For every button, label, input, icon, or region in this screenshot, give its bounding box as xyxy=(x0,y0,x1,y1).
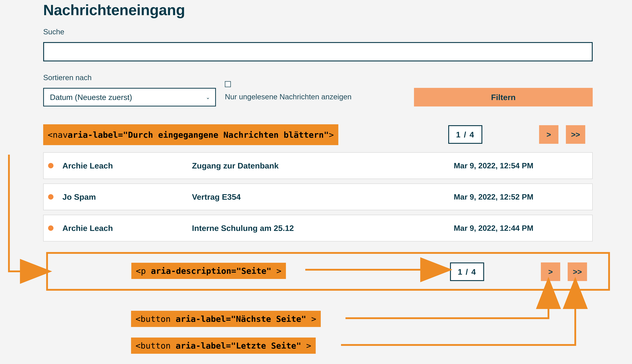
top-pagination: <nav aria-label="Durch eingegangene Nach… xyxy=(43,124,593,145)
annotation-p: <p aria-description="Seite" > xyxy=(131,263,286,279)
annotation-nav-prefix: <nav xyxy=(48,130,68,140)
sort-select[interactable]: Datum (Neueste zuerst) xyxy=(43,88,216,106)
message-sender: Archie Leach xyxy=(62,224,192,233)
message-date: Mar 9, 2022, 12:54 PM xyxy=(454,161,588,170)
last-page-button-bottom[interactable]: >> xyxy=(568,262,587,281)
message-sender: Jo Spam xyxy=(62,192,192,202)
message-sender: Archie Leach xyxy=(62,161,192,170)
annotation-last-button: <button aria-label="Letzte Seite" > xyxy=(131,338,316,354)
annotation-last-suffix: > xyxy=(306,341,311,350)
page-title: Nachrichteneingang xyxy=(43,0,593,18)
message-subject: Interne Schulung am 25.12 xyxy=(192,224,454,233)
search-label: Suche xyxy=(43,28,593,36)
annotation-nav: <nav aria-label="Durch eingegangene Nach… xyxy=(43,124,338,145)
unread-dot-icon xyxy=(48,194,54,200)
last-page-button-top[interactable]: >> xyxy=(566,125,585,144)
message-date: Mar 9, 2022, 12:52 PM xyxy=(454,192,588,201)
annotation-last-prefix: <button xyxy=(135,341,176,350)
message-row[interactable]: Archie Leach Interne Schulung am 25.12 M… xyxy=(43,215,593,242)
unread-checkbox[interactable] xyxy=(225,81,231,87)
unread-dot-icon xyxy=(48,226,54,231)
next-page-button-top[interactable]: > xyxy=(539,125,558,144)
annotation-nav-suffix: > xyxy=(329,130,334,140)
sort-label: Sortieren nach xyxy=(43,73,216,82)
message-list: Archie Leach Zugang zur Datenbank Mar 9,… xyxy=(43,152,593,242)
annotation-next-attr: aria-label="Nächste Seite" xyxy=(176,314,306,324)
message-subject: Zugang zur Datenbank xyxy=(192,161,454,170)
unread-label: Nur ungelesene Nachrichten anzeigen xyxy=(225,92,405,101)
filter-button[interactable]: Filtern xyxy=(414,88,593,106)
next-page-button-bottom[interactable]: > xyxy=(541,262,560,281)
message-row[interactable]: Archie Leach Zugang zur Datenbank Mar 9,… xyxy=(43,152,593,179)
unread-dot-icon xyxy=(48,163,54,168)
annotation-p-suffix: > xyxy=(276,266,281,276)
annotation-next-suffix: > xyxy=(311,314,316,324)
annotation-nav-attr: aria-label="Durch eingegangene Nachricht… xyxy=(68,130,329,140)
message-row[interactable]: Jo Spam Vertrag E354 Mar 9, 2022, 12:52 … xyxy=(43,184,593,210)
annotation-bottom-highlight: <p aria-description="Seite" > 1 / 4 > >> xyxy=(46,252,610,291)
message-subject: Vertrag E354 xyxy=(192,192,454,202)
annotation-p-attr: aria-description="Seite" xyxy=(151,266,271,276)
annotation-last-attr: aria-label="Letzte Seite" xyxy=(176,341,301,350)
annotation-p-prefix: <p xyxy=(136,266,151,276)
annotation-next-button: <button aria-label="Nächste Seite" > xyxy=(131,311,321,327)
page-indicator-bottom: 1 / 4 xyxy=(450,262,484,281)
message-date: Mar 9, 2022, 12:44 PM xyxy=(454,224,588,232)
page-indicator-top: 1 / 4 xyxy=(448,125,482,144)
search-input[interactable] xyxy=(43,42,593,62)
annotation-next-prefix: <button xyxy=(135,314,176,324)
